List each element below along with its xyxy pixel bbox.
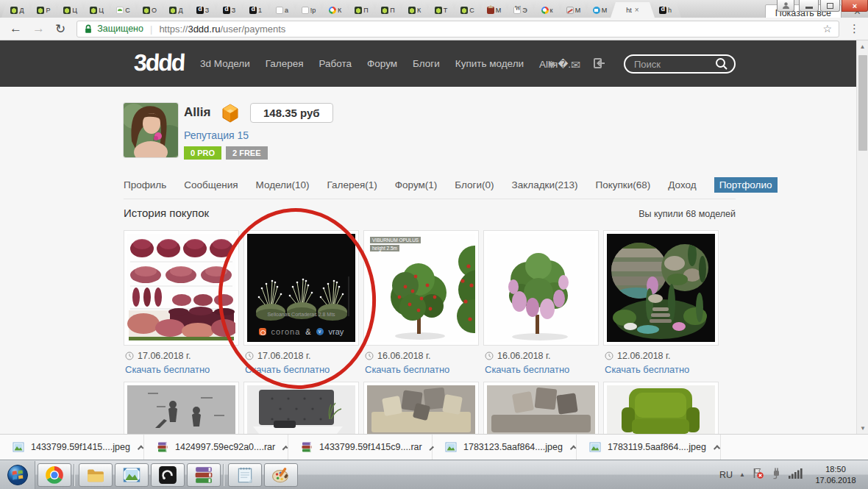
profile-tab[interactable]: Галерея(1) (327, 179, 377, 190)
power-plug-icon[interactable] (771, 467, 782, 482)
browser-tab[interactable]: Т × (425, 2, 457, 18)
nav-link[interactable]: Работа (319, 58, 352, 69)
close-button[interactable]: × (842, 0, 868, 12)
taskbar-notepad-button[interactable] (228, 463, 262, 487)
profile-tab[interactable]: Сообщения (184, 179, 238, 190)
profile-tab[interactable]: Доход (668, 179, 696, 190)
browser-tab[interactable]: С × (452, 2, 483, 18)
download-item[interactable]: 1424997.59ec92a0....rar (144, 435, 288, 460)
download-chevron-icon[interactable] (138, 445, 144, 451)
download-item[interactable]: 1783123.5aaf864....jpeg (433, 435, 577, 460)
product-image[interactable] (243, 382, 359, 434)
browser-profile-button[interactable] (777, 0, 794, 12)
download-chevron-icon[interactable] (282, 446, 288, 451)
profile-tab[interactable]: Портфолио (714, 177, 778, 193)
browser-tab[interactable]: П × (372, 2, 404, 18)
forward-icon[interactable]: → (27, 21, 50, 36)
logout-icon[interactable] (593, 57, 606, 73)
profile-tab[interactable]: Форум(1) (395, 179, 438, 190)
nav-link[interactable]: Блоги (413, 58, 440, 69)
browser-tab[interactable]: к × (531, 2, 563, 18)
browser-tab[interactable]: П × (346, 2, 377, 18)
nav-link[interactable]: Галерея (266, 58, 304, 69)
product-image[interactable] (483, 382, 599, 434)
minimize-button[interactable] (799, 0, 819, 12)
download-free-link[interactable]: Скачать бесплатно (245, 364, 359, 375)
search-input[interactable] (634, 59, 715, 70)
nav-link[interactable]: 3d Модели (200, 58, 250, 69)
page-scrollbar[interactable]: ▲ ▼ (856, 40, 868, 434)
tray-expand-icon[interactable]: ▲ (739, 471, 745, 478)
browser-tab[interactable]: Р × (28, 2, 60, 18)
browser-tab[interactable]: К × (399, 2, 430, 18)
browser-tab[interactable]: М × (478, 2, 510, 18)
maximize-button[interactable] (820, 0, 840, 12)
download-free-link[interactable]: Скачать бесплатно (485, 364, 599, 375)
profile-tab[interactable]: Блоги(0) (455, 179, 494, 190)
favorites-heart-icon[interactable]: ♥ (548, 58, 555, 71)
browser-tab[interactable]: h × (650, 2, 681, 18)
taskbar-image-viewer-button[interactable] (115, 463, 149, 487)
browser-tab[interactable]: Д × (160, 2, 192, 18)
refresh-icon[interactable]: ↻ (50, 21, 71, 37)
action-center-flag-icon[interactable] (752, 467, 764, 482)
balance-button[interactable]: 148.35 руб (250, 103, 333, 123)
language-indicator[interactable]: RU (719, 470, 733, 480)
address-bar[interactable]: Защищено | https://3ddd.ru/user/payments… (77, 21, 839, 38)
bookmark-star-icon[interactable]: ☆ (822, 23, 832, 35)
download-item[interactable]: 1783119.5aaf864....jpeg (577, 435, 721, 460)
product-image[interactable]: VIBURNUM OPULUS height 2.5m (363, 230, 479, 346)
browser-tab[interactable]: С × (107, 2, 139, 18)
browser-tab[interactable]: ht × (611, 2, 655, 18)
profile-tab[interactable]: Профиль (124, 179, 166, 190)
browser-tab[interactable]: З × (213, 2, 245, 18)
taskbar-clock[interactable]: 18:50 17.06.2018 (809, 464, 862, 485)
taskbar-paint-button[interactable] (264, 463, 298, 487)
back-icon[interactable]: ← (4, 21, 27, 36)
messages-envelope-icon[interactable]: ✉ (571, 58, 580, 72)
browser-tab[interactable]: М × (558, 2, 589, 18)
scroll-down-icon[interactable]: ▼ (857, 422, 868, 434)
download-free-link[interactable]: Скачать бесплатно (365, 364, 479, 375)
scroll-up-icon[interactable]: ▲ (857, 40, 868, 52)
taskbar-explorer-button[interactable] (79, 463, 113, 487)
profile-tab[interactable]: Модели(10) (256, 179, 310, 190)
taskbar-gimp-button[interactable] (151, 463, 185, 487)
nav-link[interactable]: Форум (367, 58, 397, 69)
site-logo[interactable]: 3ddd (133, 49, 185, 76)
browser-tab[interactable]: З × (187, 2, 218, 18)
nav-link[interactable]: Купить модели (455, 58, 524, 69)
product-image[interactable] (603, 382, 719, 434)
taskbar-winrar-button[interactable] (187, 463, 221, 487)
download-chevron-icon[interactable] (570, 445, 577, 451)
browser-menu-icon[interactable]: ⋮ (845, 22, 864, 35)
browser-tab[interactable]: а × (266, 2, 298, 18)
product-image[interactable]: Selloanas Cortaderas 2.8 Mts corona & v … (243, 230, 359, 346)
scrollbar-thumb[interactable] (858, 55, 867, 151)
search-icon[interactable] (715, 57, 728, 71)
browser-tab[interactable]: Э × (505, 2, 536, 18)
browser-tab[interactable]: !р × (293, 2, 324, 18)
browser-tab[interactable]: Ц × (54, 2, 86, 18)
browser-tab[interactable]: Д × (1, 2, 33, 18)
search-box[interactable] (624, 54, 736, 74)
taskbar-chrome-button[interactable] (38, 463, 71, 487)
browser-tab[interactable]: К × (319, 2, 351, 18)
profile-tab[interactable]: Закладки(213) (512, 179, 578, 190)
tab-close-icon[interactable]: × (635, 6, 639, 14)
reputation-link[interactable]: Репутация 15 (184, 129, 249, 141)
network-signal-icon[interactable] (789, 468, 803, 482)
product-image[interactable] (363, 382, 479, 434)
product-image[interactable] (124, 382, 239, 434)
user-avatar[interactable] (124, 103, 178, 157)
browser-tab[interactable]: М × (584, 2, 616, 18)
browser-tab[interactable]: Ц × (81, 2, 113, 18)
product-image[interactable] (483, 230, 599, 346)
download-chevron-icon[interactable] (714, 445, 720, 451)
download-free-link[interactable]: Скачать бесплатно (605, 364, 719, 375)
product-image[interactable] (124, 230, 239, 346)
start-button[interactable] (0, 461, 35, 489)
download-item[interactable]: 1433799.59f1415c9....rar (288, 435, 433, 460)
product-image[interactable] (603, 230, 719, 346)
browser-tab[interactable]: О × (134, 2, 166, 18)
